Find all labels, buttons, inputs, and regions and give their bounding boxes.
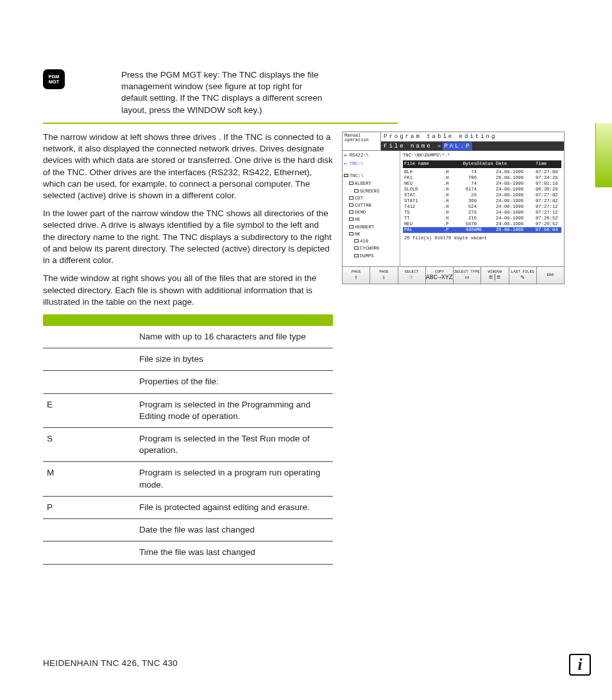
ss-file-header: File nameBytesStatusDateTime — [403, 160, 561, 168]
ss-softkey[interactable]: LAST FILES✎ — [509, 267, 537, 284]
ss-softkey-label: SELECT — [405, 270, 419, 274]
ss-file-row: TS.H27824-08-199907:27:12 — [403, 210, 561, 216]
table-value: File is protected against editing and er… — [139, 496, 333, 518]
ss-softkey-row: PAGE⇧PAGE⇩SELECT☞COPYABC→XYZSELECT TYPE▭… — [343, 266, 564, 284]
ss-tree-dir: DUMPS — [354, 253, 398, 260]
ss-drive: ▭ RS422:\ — [344, 153, 398, 159]
tnc-screenshot: Manual operation Program table editing F… — [342, 132, 565, 284]
ss-tree-dir: SCREENS — [354, 189, 398, 195]
table-key: E — [43, 393, 139, 427]
para-pgmmgt: Press the PGM MGT key: The TNC displays … — [121, 69, 327, 116]
para-dirs: In the lower part of the narrow window t… — [43, 208, 333, 266]
green-divider — [43, 123, 398, 124]
info-icon — [569, 654, 591, 676]
table-row: Name with up to 16 characters and file t… — [43, 326, 333, 348]
ss-softkey-label: PAGE — [379, 270, 388, 274]
ss-status-line: 26 file(s) 918176 kbyte vacant — [403, 235, 561, 242]
ss-file-list: TNC:\NK\DUMPS\*.* File nameBytesStatusDa… — [400, 151, 564, 266]
table-value: Properties of the file: — [139, 371, 333, 393]
ss-softkey-label: END — [547, 273, 554, 277]
table-row: MProgram is selected in a program run op… — [43, 462, 333, 496]
ss-softkey-icon: ▭ — [465, 275, 469, 281]
table-value: Date the file was last changed — [139, 519, 333, 542]
table-key — [43, 326, 139, 348]
ss-tree-dir: DEMO — [349, 210, 398, 216]
table-value: Program is selected in a program run ope… — [139, 462, 333, 496]
table-value: Program is selected in the Test Run mode… — [139, 428, 333, 462]
table-key: P — [43, 496, 139, 518]
table-row: SProgram is selected in the Test Run mod… — [43, 428, 333, 462]
pgm-mgt-key-label: PGM MGT — [43, 74, 65, 85]
ss-tree-dir: NK — [349, 232, 398, 238]
ss-file-row: T412.H52424-08-199907:27:12 — [403, 204, 561, 210]
ss-filename-bar: File name =PAL.P — [381, 142, 564, 151]
table-row: Date the file was last changed — [43, 519, 333, 542]
table-value: Time the file was last changed — [139, 542, 333, 564]
ss-softkey-label: SELECT TYPE — [454, 270, 480, 274]
ss-col-header: Time — [536, 161, 560, 167]
table-key — [43, 542, 139, 564]
para-files: The wide window at right shows you all o… — [43, 273, 333, 308]
ss-file-row: PAL.P4868ME26-08-199907:56:04 — [403, 227, 561, 233]
ss-softkey[interactable]: PAGE⇩ — [370, 267, 398, 284]
ss-softkey-icon: ABC→XYZ — [426, 275, 453, 281]
ss-mode: Manual operation — [343, 132, 381, 151]
ss-tree-dir: ALBERT — [349, 181, 398, 187]
ss-col-header: Date — [496, 161, 536, 167]
table-value: File size in bytes — [139, 348, 333, 371]
para-drives: The narrow window at left shows three dr… — [43, 132, 333, 201]
ss-tree-dir: 410 — [354, 239, 398, 245]
ss-tree-dir: HERBERT — [349, 225, 398, 231]
ss-softkey-label: PAGE — [352, 270, 361, 274]
ss-softkey[interactable]: END — [537, 267, 564, 284]
table-value: Program is selected in the Programming a… — [139, 393, 333, 427]
table-key — [43, 519, 139, 542]
ss-softkey-label: WINDOW — [488, 270, 502, 274]
table-row: Properties of the file: — [43, 371, 333, 393]
ss-file-label: File name = — [384, 142, 443, 150]
ss-file-row: STAT.H2824-08-199907:27:02 — [403, 192, 561, 198]
ss-tree-dir: CUTTAB — [349, 203, 398, 209]
ss-softkey[interactable]: SELECT☞ — [398, 267, 426, 284]
ss-drive-tree: ▭ RS422:\▭ TNC:\TNC:\ALBERTSCREENSCDTCUT… — [343, 151, 400, 266]
ss-softkey-icon: ☞ — [410, 275, 414, 281]
ss-file-row: FK1.H70626-08-199907:34:28 — [403, 175, 561, 181]
ss-softkey-icon: ✎ — [521, 275, 525, 281]
ss-softkey-icon: ⇧ — [354, 275, 358, 281]
ss-col-header: Bytes — [459, 161, 477, 167]
table-row: File size in bytes — [43, 348, 333, 371]
ss-drive: ▭ TNC:\ — [344, 161, 398, 167]
ss-file-row: STAT1.H36024-08-199907:27:02 — [403, 198, 561, 204]
ss-tree-dir: HE — [349, 217, 398, 223]
ss-softkey-icon: ⇩ — [382, 275, 386, 281]
table-key: M — [43, 462, 139, 496]
ss-softkey[interactable]: SELECT TYPE▭ — [454, 267, 481, 284]
table-key: S — [43, 428, 139, 462]
ss-col-header: Status — [477, 161, 496, 167]
ss-path: TNC:\NK\DUMPS\*.* — [403, 153, 561, 159]
ss-softkey[interactable]: WINDOW≡|≡ — [481, 267, 509, 284]
ss-file-row: NEU.P587024-08-199907:26:52 — [403, 221, 561, 227]
ss-file-row: TT.H21624-08-199907:26:52 — [403, 216, 561, 221]
table-row: Time the file was last changed — [43, 542, 333, 564]
table-key — [43, 371, 139, 393]
page-footer: HEIDENHAIN TNC 426, TNC 430 — [43, 658, 178, 669]
ss-softkey[interactable]: PAGE⇧ — [343, 267, 370, 284]
table-row: EProgram is selected in the Programming … — [43, 393, 333, 427]
ss-file-row: SLOLD.H617424-08-199906:36:28 — [403, 187, 561, 192]
ss-tree-root: TNC:\ — [344, 173, 398, 180]
display-meaning-table: Name with up to 16 characters and file t… — [43, 314, 333, 565]
ss-file-row: BLK.H7424-08-199907:27:08 — [403, 169, 561, 175]
table-value: Name with up to 16 characters and file t… — [139, 326, 333, 348]
ss-softkey-icon: ≡|≡ — [489, 275, 500, 281]
table-key — [43, 348, 139, 371]
ss-softkey-label: COPY — [435, 270, 444, 274]
ss-tree-dir: CDT — [349, 196, 398, 202]
ss-title: Program table editing — [381, 132, 564, 142]
ss-softkey[interactable]: COPYABC→XYZ — [426, 267, 454, 284]
ss-file-row: NEU.H7424-08-199907:01:18 — [403, 181, 561, 187]
ss-softkey-label: LAST FILES — [511, 270, 534, 274]
ss-tree-dir: CYCWORK — [354, 246, 398, 252]
ss-col-header — [443, 161, 459, 167]
ss-col-header: File name — [404, 161, 443, 167]
